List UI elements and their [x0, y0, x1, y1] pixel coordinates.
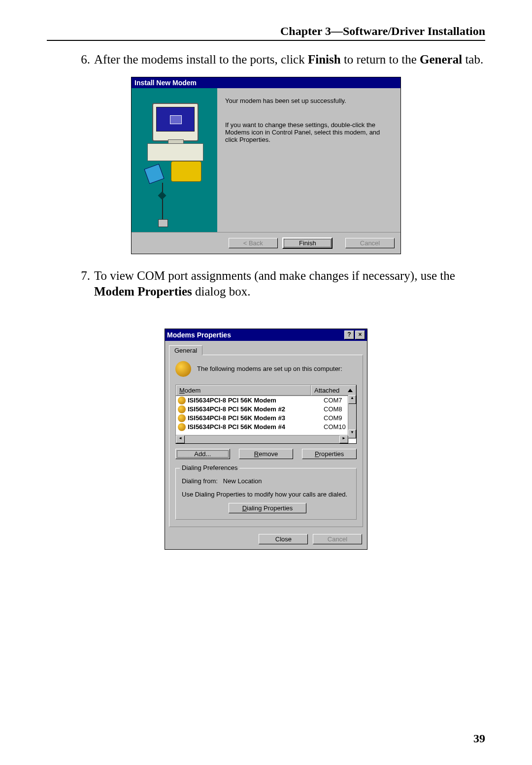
general-panel: The following modems are set up on this … — [169, 355, 363, 528]
chapter-header: Chapter 3—Software/Driver Installation — [47, 25, 485, 41]
list-header: Modem Attached — [176, 385, 356, 396]
step-7-post: dialog box. — [192, 285, 251, 298]
cable-icon — [162, 183, 163, 221]
props-titlebar: Modems Properties ? × — [165, 329, 367, 341]
monitor-icon — [152, 103, 199, 141]
dialog-bottom-buttons: Close Cancel — [165, 531, 367, 549]
col-header-modem[interactable]: Modem — [176, 385, 311, 396]
step-7-pre: To view COM port assignments (and make c… — [94, 269, 455, 282]
wizard-button-row: < Back Finish Cancel — [132, 232, 400, 254]
horizontal-scrollbar[interactable]: ◄ ► — [176, 435, 348, 443]
help-button[interactable]: ? — [344, 331, 354, 339]
wizard-message-1: Your modem has been set up successfully. — [225, 97, 393, 104]
scroll-right-icon[interactable]: ► — [339, 435, 348, 443]
vertical-scrollbar[interactable]: ▲ ▼ — [348, 395, 356, 435]
wizard-graphic — [132, 88, 217, 232]
wizard-message-2: If you want to change these settings, do… — [225, 121, 393, 143]
dialing-properties-button[interactable]: Dialing Properties — [229, 503, 306, 513]
wizard-titlebar: Install New Modem — [132, 77, 400, 88]
modems-properties-dialog: Modems Properties ? × General The follow… — [165, 329, 367, 550]
tab-bar: General — [165, 341, 367, 355]
group-title: Dialing Preferences — [180, 464, 239, 471]
modem-item-icon — [178, 414, 186, 422]
close-button[interactable]: Close — [259, 534, 308, 544]
list-item[interactable]: ISI5634PCI-8 PCI 56K Modem #2 COM8 — [176, 405, 356, 414]
step-6-pre: After the modems install to the ports, c… — [94, 53, 308, 66]
cancel-button-2[interactable]: Cancel — [313, 534, 362, 544]
modem-listbox[interactable]: Modem Attached ISI5634PCI-8 PCI 56K Mode… — [175, 385, 357, 444]
page-number: 39 — [473, 732, 485, 745]
back-button[interactable]: < Back — [229, 238, 278, 248]
step-6-bold-general: General — [420, 53, 462, 66]
disk-icon — [144, 164, 164, 184]
step-6-post: tab. — [462, 53, 483, 66]
modem-name: ISI5634PCI-8 PCI 56K Modem #2 — [188, 405, 324, 413]
col-header-attached[interactable]: Attached — [311, 385, 356, 396]
properties-button[interactable]: Properties — [302, 449, 357, 459]
modem-item-icon — [178, 423, 186, 431]
plug-icon — [158, 219, 168, 227]
tab-general[interactable]: General — [169, 345, 202, 355]
modem-item-icon — [178, 397, 186, 404]
modem-name: ISI5634PCI-8 PCI 56K Modem #4 — [188, 423, 324, 431]
install-new-modem-dialog: Install New Modem Your modem has been se… — [131, 77, 401, 254]
dialing-preferences-group: Dialing Preferences Dialing from: New Lo… — [175, 468, 357, 520]
close-x-button[interactable]: × — [355, 331, 365, 339]
dialing-note: Use Dialing Properties to modify how you… — [182, 491, 350, 499]
step-6-bold-finish: Finish — [308, 53, 341, 66]
step-7-bold: Modem Properties — [94, 285, 192, 298]
step-6-mid: to return to the — [341, 53, 420, 66]
scroll-left-icon[interactable]: ◄ — [176, 435, 185, 443]
add-button[interactable]: Add... — [175, 449, 230, 459]
step-6-number: 6. — [71, 52, 94, 67]
scroll-down-icon[interactable]: ▼ — [348, 430, 356, 438]
step-6-text: After the modems install to the ports, c… — [94, 52, 485, 67]
remove-button[interactable]: Remove — [239, 449, 294, 459]
step-7: 7. To view COM port assignments (and mak… — [71, 268, 485, 299]
list-item[interactable]: ISI5634PCI-8 PCI 56K Modem #3 COM9 — [176, 414, 356, 423]
sort-ascending-icon — [348, 389, 353, 392]
step-6: 6. After the modems install to the ports… — [71, 52, 485, 67]
cancel-button[interactable]: Cancel — [345, 238, 395, 248]
props-title: Modems Properties — [167, 331, 343, 339]
list-item[interactable]: ISI5634PCI-8 PCI 56K Modem #4 COM10 — [176, 423, 356, 432]
props-intro-text: The following modems are set up on this … — [197, 365, 342, 372]
step-7-number: 7. — [71, 268, 94, 299]
step-7-text: To view COM port assignments (and make c… — [94, 268, 485, 299]
finish-button[interactable]: Finish — [282, 237, 332, 249]
cable-joint-icon — [158, 192, 166, 200]
phone-icon — [171, 161, 201, 182]
dialing-from-line: Dialing from: New Location — [182, 477, 350, 485]
dialing-from-value: New Location — [223, 477, 262, 485]
modem-name: ISI5634PCI-8 PCI 56K Modem #3 — [188, 414, 324, 422]
scroll-up-icon[interactable]: ▲ — [348, 395, 356, 404]
dialing-from-label: Dialing from: — [182, 477, 218, 485]
pc-box-icon — [147, 143, 203, 161]
modem-name: ISI5634PCI-8 PCI 56K Modem — [188, 397, 324, 404]
modem-item-icon — [178, 405, 186, 413]
modem-icon — [175, 361, 191, 377]
list-item[interactable]: ISI5634PCI-8 PCI 56K Modem COM7 — [176, 396, 356, 405]
